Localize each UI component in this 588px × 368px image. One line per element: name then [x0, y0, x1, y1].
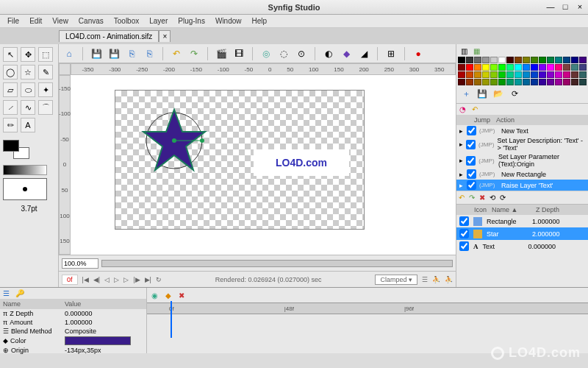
tool-3[interactable]: ◯ [3, 65, 18, 79]
clear-undo-icon[interactable]: ✖ [479, 194, 485, 202]
palette-cell[interactable] [458, 57, 465, 63]
frame-field[interactable]: 0f [62, 275, 78, 285]
palette-save-icon[interactable]: 💾 [476, 88, 488, 99]
param-row[interactable]: πZ Depth0.000000 [0, 309, 146, 318]
timeline-kf2-icon[interactable]: ◆ [165, 291, 171, 300]
export-icon[interactable]: ⎘ [124, 46, 139, 61]
grid-icon[interactable]: ⊞ [384, 46, 398, 61]
palette-cell[interactable] [579, 57, 587, 63]
clear-redo-icon[interactable]: ⟲ [490, 194, 495, 202]
menu-window[interactable]: Window [211, 15, 246, 26]
history-row[interactable]: ▸(JMP)New Rectangle [456, 169, 588, 180]
redo2-icon[interactable]: ↷ [469, 194, 475, 202]
fg-color[interactable] [3, 140, 19, 152]
quality-icon[interactable]: ◐ [321, 46, 336, 61]
palette-cell[interactable] [498, 71, 506, 78]
palette-cell[interactable] [514, 71, 522, 78]
palette-cell[interactable] [482, 57, 490, 63]
param-row[interactable]: ☰Blend MethodComposite [0, 327, 146, 336]
palette-cell[interactable] [547, 71, 554, 78]
palette-cell[interactable] [531, 57, 538, 63]
palette-cell[interactable] [458, 64, 465, 71]
palette-cell[interactable] [498, 64, 506, 71]
history-check[interactable] [467, 180, 476, 190]
palette-cell[interactable] [490, 57, 498, 63]
palette-cell[interactable] [506, 57, 514, 63]
history-check[interactable] [466, 140, 476, 149]
palette-cell[interactable] [571, 71, 578, 78]
palette-cell[interactable] [466, 79, 473, 85]
palette-cell[interactable] [523, 64, 530, 71]
star-shape[interactable] [137, 104, 211, 177]
param-row[interactable]: ⊕Origin-134px,35px [0, 346, 146, 355]
history-row[interactable]: ▸(JMP)New Text [456, 125, 588, 136]
param-row[interactable]: ◆Color [0, 336, 146, 346]
palette-cell[interactable] [555, 64, 562, 71]
menu-plug-ins[interactable]: Plug-Ins [173, 15, 209, 26]
palette-cell[interactable] [539, 71, 546, 78]
menu-view[interactable]: View [48, 15, 73, 26]
tool-2[interactable]: ⬚ [38, 47, 53, 62]
palette-cell[interactable] [555, 71, 562, 78]
palette-cell[interactable] [523, 57, 530, 63]
history-row[interactable]: ▸(JMP)Set Layer Parameter (Text):Origin [456, 152, 588, 169]
document-tab[interactable]: LO4D.com - Animation.sifz [59, 30, 159, 42]
brush-preview[interactable] [3, 178, 47, 200]
menu-edit[interactable]: Edit [25, 15, 46, 26]
layer-row[interactable]: Star2.000000 [456, 227, 588, 240]
seek-end-icon[interactable]: ▶| [145, 276, 151, 283]
palette-cell[interactable] [571, 57, 578, 63]
tool-11[interactable]: ⌒ [38, 100, 53, 115]
layer-row[interactable]: AText0.000000 [456, 240, 588, 252]
tool-7[interactable]: ⬭ [21, 82, 35, 97]
interp-select[interactable]: Clamped ▾ [375, 275, 417, 285]
palette-cell[interactable] [531, 64, 538, 71]
palette-cell[interactable] [514, 79, 522, 85]
palette-cell[interactable] [506, 64, 514, 71]
palette-cell[interactable] [579, 64, 587, 71]
quality2-icon[interactable]: ◆ [339, 46, 354, 61]
tool-1[interactable]: ✥ [21, 47, 35, 62]
palette-cell[interactable] [458, 71, 465, 78]
params-tab-icon[interactable]: ☰ [3, 289, 10, 297]
tool-0[interactable]: ↖ [3, 47, 18, 62]
timeline-kf3-icon[interactable]: ✖ [179, 291, 184, 300]
menu-help[interactable]: Help [248, 15, 272, 26]
palette-cell[interactable] [563, 79, 570, 85]
tool-12[interactable]: ✏ [3, 118, 18, 132]
home-icon[interactable]: ⌂ [62, 46, 76, 61]
palette-cell[interactable] [474, 71, 481, 78]
params-tab2-icon[interactable]: 🔑 [15, 289, 24, 297]
tool-6[interactable]: ▱ [3, 82, 18, 97]
layer-visible[interactable] [459, 216, 469, 226]
palette-add-icon[interactable]: ＋ [460, 88, 472, 99]
history-check[interactable] [467, 169, 476, 179]
param-row[interactable]: πAmount1.000000 [0, 318, 146, 327]
quality3-icon[interactable]: ◢ [356, 46, 371, 61]
palette-cell[interactable] [531, 79, 538, 85]
menu-layer[interactable]: Layer [145, 15, 172, 26]
color-swatch[interactable] [3, 140, 32, 162]
palette-tab-icon[interactable]: ▥ [461, 47, 467, 55]
timeline-cursor[interactable] [171, 301, 172, 338]
palette-cell[interactable] [482, 71, 490, 78]
maximize-button[interactable]: □ [560, 2, 570, 13]
palette-cell[interactable] [539, 64, 546, 71]
undo2-icon[interactable]: ↶ [459, 194, 465, 202]
tool-10[interactable]: ∿ [21, 100, 35, 115]
palette-cell[interactable] [482, 79, 490, 85]
palette-cell[interactable] [547, 79, 554, 85]
onion3-icon[interactable]: ⊙ [294, 46, 309, 61]
timeline-panel[interactable]: ◉ ◆ ✖ 0f|48f|96f [147, 288, 588, 353]
palette-cell[interactable] [466, 71, 473, 78]
palette-cell[interactable] [466, 57, 473, 63]
zoom-input[interactable] [62, 258, 98, 269]
horizontal-scrollbar[interactable] [101, 260, 453, 267]
palette-cell[interactable] [466, 64, 473, 71]
preview-icon[interactable]: 🎞 [232, 46, 246, 61]
seek-fwd-icon[interactable]: ▷ [123, 276, 129, 283]
palette-cell[interactable] [563, 71, 570, 78]
save-all-icon[interactable]: ⎘ [142, 46, 157, 61]
gradient-swatch[interactable] [3, 165, 47, 175]
palette-cell[interactable] [563, 64, 570, 71]
